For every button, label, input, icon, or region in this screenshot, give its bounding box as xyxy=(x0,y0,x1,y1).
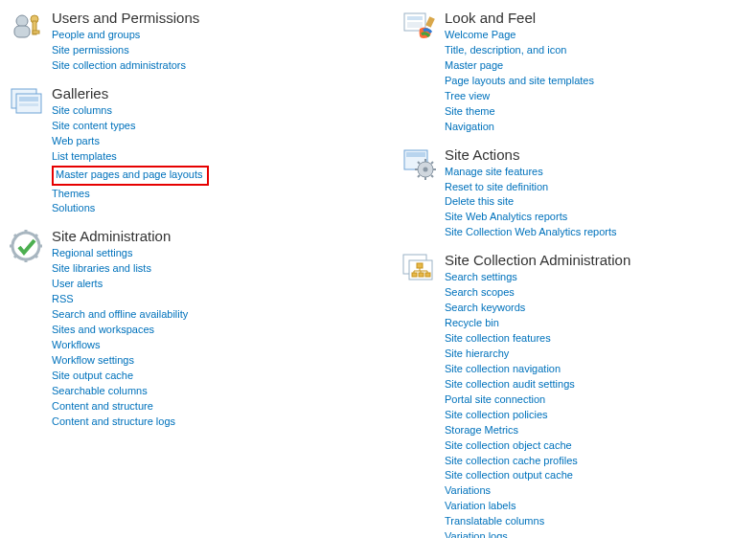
link-recycle-bin[interactable]: Recycle bin xyxy=(445,316,746,331)
link-search-and-offline-availability[interactable]: Search and offline availability xyxy=(52,307,345,323)
link-master-pages-and-page-layouts[interactable]: Master pages and page layouts xyxy=(56,168,203,183)
links-list: Welcome PageTitle, description, and icon… xyxy=(445,28,746,135)
link-site-collection-administrators[interactable]: Site collection administrators xyxy=(52,58,345,74)
link-search-keywords[interactable]: Search keywords xyxy=(445,301,746,316)
link-site-collection-audit-settings[interactable]: Site collection audit settings xyxy=(445,377,746,392)
highlighted-link: Master pages and page layouts xyxy=(52,166,209,186)
link-navigation[interactable]: Navigation xyxy=(445,120,746,135)
svg-rect-11 xyxy=(407,16,423,20)
section-body: Site Collection AdministrationSearch set… xyxy=(445,252,746,538)
section-body: Look and FeelWelcome PageTitle, descript… xyxy=(445,10,746,135)
look-feel-icon xyxy=(402,10,445,44)
link-site-web-analytics-reports[interactable]: Site Web Analytics reports xyxy=(445,210,746,225)
section-galleries: GalleriesSite columnsSite content typesW… xyxy=(10,85,345,217)
site-collection-admin-icon xyxy=(402,252,445,288)
link-master-page[interactable]: Master page xyxy=(445,58,746,74)
section-body: Users and PermissionsPeople and groupsSi… xyxy=(52,10,345,74)
link-site-collection-object-cache[interactable]: Site collection object cache xyxy=(445,438,746,454)
link-searchable-columns[interactable]: Searchable columns xyxy=(52,384,345,399)
link-content-and-structure[interactable]: Content and structure xyxy=(52,399,345,415)
svg-point-9 xyxy=(12,233,39,259)
link-site-collection-web-analytics-reports[interactable]: Site Collection Web Analytics reports xyxy=(445,225,746,240)
link-site-hierarchy[interactable]: Site hierarchy xyxy=(445,347,746,362)
link-site-theme[interactable]: Site theme xyxy=(445,104,746,120)
svg-rect-20 xyxy=(417,263,423,268)
link-site-columns[interactable]: Site columns xyxy=(52,103,345,119)
link-delete-this-site[interactable]: Delete this site xyxy=(445,194,746,210)
section-body: Site ActionsManage site featuresReset to… xyxy=(445,146,746,241)
svg-rect-13 xyxy=(425,16,435,28)
site-actions-icon xyxy=(402,146,445,181)
link-translatable-columns[interactable]: Translatable columns xyxy=(445,514,746,529)
section-site-actions: Site ActionsManage site featuresReset to… xyxy=(402,146,746,241)
svg-rect-7 xyxy=(19,97,38,101)
section-site-administration: Site AdministrationRegional settingsSite… xyxy=(10,228,345,429)
link-welcome-page[interactable]: Welcome Page xyxy=(445,28,746,43)
link-solutions[interactable]: Solutions xyxy=(52,201,345,216)
section-title-galleries: Galleries xyxy=(52,85,345,101)
link-search-scopes[interactable]: Search scopes xyxy=(445,285,746,301)
svg-point-0 xyxy=(16,15,28,27)
svg-rect-8 xyxy=(19,103,38,106)
link-sites-and-workspaces[interactable]: Sites and workspaces xyxy=(52,323,345,338)
link-list-templates[interactable]: List templates xyxy=(52,149,345,165)
link-site-collection-policies[interactable]: Site collection policies xyxy=(445,408,746,423)
section-body: GalleriesSite columnsSite content typesW… xyxy=(52,85,345,217)
link-storage-metrics[interactable]: Storage Metrics xyxy=(445,423,746,438)
galleries-icon xyxy=(10,85,52,120)
svg-rect-1 xyxy=(14,26,30,37)
link-site-permissions[interactable]: Site permissions xyxy=(52,43,345,58)
settings-columns: Users and PermissionsPeople and groupsSi… xyxy=(10,10,746,538)
svg-rect-21 xyxy=(412,273,417,277)
link-site-output-cache[interactable]: Site output cache xyxy=(52,369,345,384)
link-workflows[interactable]: Workflows xyxy=(52,338,345,353)
link-portal-site-connection[interactable]: Portal site connection xyxy=(445,392,746,408)
links-list: People and groupsSite permissionsSite co… xyxy=(52,28,345,74)
svg-rect-15 xyxy=(406,152,425,157)
svg-rect-22 xyxy=(419,273,424,277)
section-body: Site AdministrationRegional settingsSite… xyxy=(52,228,345,429)
link-page-layouts-and-site-templates[interactable]: Page layouts and site templates xyxy=(445,74,746,89)
section-users-and-permissions: Users and PermissionsPeople and groupsSi… xyxy=(10,10,345,74)
right-column: Look and FeelWelcome PageTitle, descript… xyxy=(402,10,746,538)
section-title-site-administration: Site Administration xyxy=(52,228,345,244)
section-title-site-actions: Site Actions xyxy=(445,146,746,163)
site-admin-icon xyxy=(10,228,52,262)
link-variation-logs[interactable]: Variation logs xyxy=(445,529,746,538)
section-title-look-and-feel: Look and Feel xyxy=(445,10,746,26)
link-user-alerts[interactable]: User alerts xyxy=(52,277,345,292)
link-themes[interactable]: Themes xyxy=(52,187,345,202)
svg-point-17 xyxy=(424,167,428,171)
users-key-icon xyxy=(10,10,52,42)
link-site-collection-output-cache[interactable]: Site collection output cache xyxy=(445,468,746,483)
link-regional-settings[interactable]: Regional settings xyxy=(52,246,345,261)
link-workflow-settings[interactable]: Workflow settings xyxy=(52,353,345,369)
link-site-collection-cache-profiles[interactable]: Site collection cache profiles xyxy=(445,454,746,469)
link-site-content-types[interactable]: Site content types xyxy=(52,119,345,134)
link-variations[interactable]: Variations xyxy=(445,483,746,499)
link-site-libraries-and-lists[interactable]: Site libraries and lists xyxy=(52,261,345,277)
section-site-collection-administration: Site Collection AdministrationSearch set… xyxy=(402,252,746,538)
link-tree-view[interactable]: Tree view xyxy=(445,89,746,104)
section-title-site-collection-administration: Site Collection Administration xyxy=(445,252,746,268)
links-list: Site columnsSite content typesWeb partsL… xyxy=(52,103,345,217)
link-site-collection-features[interactable]: Site collection features xyxy=(445,331,746,347)
links-list: Search settingsSearch scopesSearch keywo… xyxy=(445,270,746,538)
section-look-and-feel: Look and FeelWelcome PageTitle, descript… xyxy=(402,10,746,135)
link-search-settings[interactable]: Search settings xyxy=(445,270,746,285)
link-people-and-groups[interactable]: People and groups xyxy=(52,28,345,43)
link-rss[interactable]: RSS xyxy=(52,292,345,307)
section-title-users-and-permissions: Users and Permissions xyxy=(52,10,345,26)
svg-rect-12 xyxy=(407,22,423,28)
left-column: Users and PermissionsPeople and groupsSi… xyxy=(10,10,345,538)
link-title-description-and-icon[interactable]: Title, description, and icon xyxy=(445,43,746,58)
link-content-and-structure-logs[interactable]: Content and structure logs xyxy=(52,415,345,430)
link-reset-to-site-definition[interactable]: Reset to site definition xyxy=(445,180,746,195)
links-list: Regional settingsSite libraries and list… xyxy=(52,246,345,429)
link-site-collection-navigation[interactable]: Site collection navigation xyxy=(445,362,746,377)
link-web-parts[interactable]: Web parts xyxy=(52,134,345,149)
link-variation-labels[interactable]: Variation labels xyxy=(445,499,746,514)
link-manage-site-features[interactable]: Manage site features xyxy=(445,165,746,180)
svg-rect-4 xyxy=(33,31,39,34)
svg-rect-23 xyxy=(425,273,430,277)
